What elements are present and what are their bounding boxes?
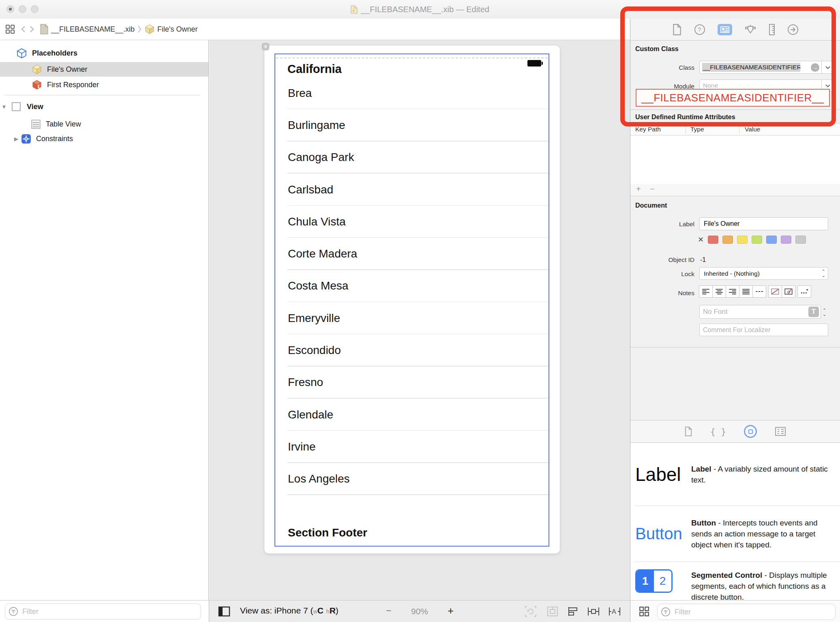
lock-dropdown[interactable]: Inherited - (Nothing) ⌃⌄ bbox=[699, 267, 828, 280]
udra-col-value: Value bbox=[745, 126, 761, 133]
lock-stepper-icon[interactable]: ⌃⌄ bbox=[822, 270, 825, 277]
related-items-icon[interactable] bbox=[5, 24, 15, 34]
city-label: Glendale bbox=[275, 408, 333, 421]
update-frames-icon[interactable] bbox=[525, 606, 537, 617]
clear-color-icon[interactable]: ✕ bbox=[698, 235, 704, 244]
file-inspector-tab-icon[interactable] bbox=[672, 24, 682, 36]
breadcrumb-file[interactable]: __FILEBASENAME__.xib bbox=[51, 25, 135, 34]
column-divider[interactable] bbox=[739, 125, 739, 134]
jump-to-class-icon[interactable]: → bbox=[811, 63, 819, 72]
document-label-field[interactable] bbox=[699, 217, 828, 230]
align-right-icon[interactable] bbox=[726, 285, 739, 298]
interface-builder-canvas[interactable]: × California Brea Burlingame bbox=[209, 40, 630, 600]
outline-filter-field[interactable] bbox=[5, 603, 201, 620]
resolve-autolayout-icon[interactable]: A bbox=[608, 606, 621, 617]
zoom-level[interactable]: 90% bbox=[411, 607, 428, 616]
disclosure-right-icon[interactable]: ▶ bbox=[12, 136, 20, 142]
object-library-icon[interactable] bbox=[744, 425, 757, 438]
table-row[interactable]: Glendale bbox=[275, 399, 549, 431]
zoom-in-button[interactable]: + bbox=[448, 605, 454, 617]
udra-table-body[interactable] bbox=[630, 135, 840, 184]
back-chevron-icon[interactable] bbox=[19, 25, 28, 34]
column-divider[interactable] bbox=[686, 125, 686, 134]
table-row[interactable]: Burlingame bbox=[275, 109, 549, 141]
table-row[interactable]: Irvine bbox=[275, 431, 549, 463]
identity-inspector-tab-icon[interactable] bbox=[718, 24, 732, 35]
code-snippet-library-icon[interactable]: { } bbox=[710, 427, 726, 437]
table-row[interactable]: Brea bbox=[275, 77, 549, 109]
natural-alignment-icon[interactable] bbox=[752, 285, 766, 298]
selected-table-view[interactable]: California Brea Burlingame Canoga Park bbox=[274, 54, 549, 547]
more-formatting-icon[interactable] bbox=[797, 285, 811, 298]
city-label: Irvine bbox=[275, 440, 315, 453]
sidebar-item-constraints[interactable]: ▶ Constraints bbox=[0, 131, 208, 146]
font-field[interactable]: No Font T bbox=[699, 305, 821, 319]
city-label: Carlsbad bbox=[275, 183, 333, 196]
localizer-comment-field[interactable]: Comment For Localizer bbox=[699, 324, 828, 336]
files-owner-cube-icon bbox=[144, 24, 155, 34]
color-swatch[interactable] bbox=[752, 236, 762, 244]
color-swatch[interactable] bbox=[781, 236, 791, 244]
color-swatch[interactable] bbox=[708, 236, 718, 244]
view-as-button[interactable]: View as: iPhone 7 (wChR) bbox=[240, 606, 339, 616]
document-label-input[interactable] bbox=[703, 220, 822, 228]
color-swatch[interactable] bbox=[722, 236, 733, 244]
align-center-icon[interactable] bbox=[712, 285, 726, 298]
outline-filter-input[interactable] bbox=[21, 607, 201, 616]
align-icon[interactable] bbox=[568, 606, 580, 617]
align-left-icon[interactable] bbox=[699, 285, 713, 298]
table-row[interactable]: Carlsbad bbox=[275, 174, 549, 206]
object-id-label: Object ID bbox=[630, 256, 694, 264]
table-row[interactable]: Corte Madera bbox=[275, 238, 549, 270]
zoom-out-button[interactable]: − bbox=[386, 605, 391, 616]
library-filter-input[interactable] bbox=[674, 607, 835, 617]
library-item-button[interactable]: Button Button - Intercepts touch events … bbox=[630, 506, 840, 562]
table-row[interactable]: Fresno bbox=[275, 367, 549, 399]
attributes-inspector-tab-icon[interactable] bbox=[744, 24, 756, 35]
remove-attribute-button[interactable]: − bbox=[650, 184, 655, 194]
sidebar-item-table-view[interactable]: Table View bbox=[0, 117, 208, 131]
no-text-icon[interactable]: a bbox=[782, 285, 795, 298]
table-row[interactable]: Chula Vista bbox=[275, 206, 549, 238]
table-row[interactable]: Costa Mesa bbox=[275, 270, 549, 302]
class-dropdown-icon[interactable] bbox=[821, 61, 834, 74]
library-item-segmented-control[interactable]: 12 Segmented Control - Displays multiple… bbox=[630, 562, 840, 600]
sidebar-item-view[interactable]: ▼ View bbox=[0, 99, 208, 114]
window-title: __FILEBASENAME__.xib — Edited bbox=[361, 5, 489, 14]
quick-help-inspector-tab-icon[interactable]: ? bbox=[694, 24, 705, 35]
sidebar-item-files-owner[interactable]: File's Owner bbox=[0, 62, 208, 77]
pin-constraints-icon[interactable] bbox=[587, 606, 600, 617]
city-label: Fresno bbox=[275, 376, 323, 389]
color-swatch[interactable] bbox=[766, 236, 777, 244]
table-row[interactable]: Emeryville bbox=[275, 302, 549, 334]
forward-chevron-icon[interactable] bbox=[28, 25, 36, 34]
no-background-icon[interactable] bbox=[768, 285, 782, 298]
library-filter-field[interactable] bbox=[657, 604, 836, 620]
connections-inspector-tab-icon[interactable] bbox=[787, 24, 799, 35]
utilities-inspector: ? Custom Class Class __FILEBASENAMEASIDE… bbox=[630, 19, 840, 622]
table-row[interactable]: Escondido bbox=[275, 334, 549, 366]
placeholders-header[interactable]: Placeholders bbox=[0, 46, 208, 60]
udra-header: User Defined Runtime Attributes bbox=[635, 114, 735, 121]
size-inspector-tab-icon[interactable] bbox=[769, 24, 775, 36]
table-row[interactable]: Canoga Park bbox=[275, 142, 549, 174]
outline-toggle-icon[interactable] bbox=[218, 606, 230, 617]
view-controller-card[interactable]: × California Brea Burlingame bbox=[264, 45, 560, 553]
color-swatch[interactable] bbox=[795, 236, 806, 244]
media-library-icon[interactable] bbox=[775, 427, 786, 436]
grid-view-icon[interactable] bbox=[639, 606, 650, 617]
class-field[interactable]: __FILEBASENAMEASIDENTIFIER__ → bbox=[699, 61, 822, 74]
file-template-library-icon[interactable] bbox=[684, 426, 692, 437]
disclosure-down-icon[interactable]: ▼ bbox=[0, 104, 8, 110]
font-picker-icon[interactable]: T bbox=[808, 307, 819, 317]
color-swatch[interactable] bbox=[737, 236, 748, 244]
close-icon[interactable]: × bbox=[262, 43, 269, 50]
add-attribute-button[interactable]: + bbox=[636, 184, 641, 194]
embed-icon[interactable] bbox=[546, 606, 559, 617]
breadcrumb-owner[interactable]: File's Owner bbox=[157, 25, 197, 34]
align-justify-icon[interactable] bbox=[739, 285, 753, 298]
table-row[interactable]: Los Angeles bbox=[275, 463, 549, 495]
library-item-label[interactable]: Label Label - A variably sized amount of… bbox=[630, 443, 840, 506]
sidebar-item-first-responder[interactable]: 1 First Responder bbox=[0, 77, 208, 92]
font-stepper-icon[interactable]: ⌃⌄ bbox=[823, 307, 826, 318]
